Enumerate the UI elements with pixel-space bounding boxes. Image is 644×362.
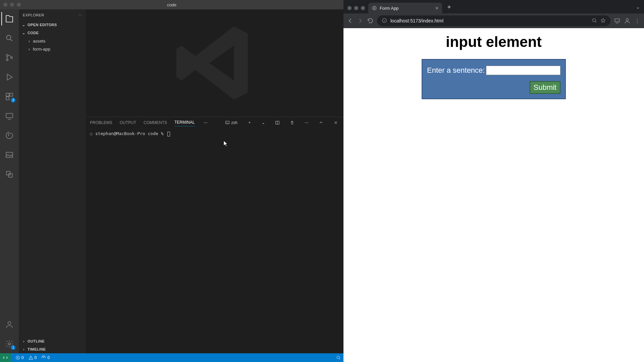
chevron-down-icon: ⌄ xyxy=(21,31,26,35)
activity-bar: 3 1 xyxy=(0,9,19,353)
submit-button[interactable]: Submit xyxy=(530,81,560,94)
svg-point-1 xyxy=(6,55,8,56)
terminal-dropdown-icon[interactable]: ⌄ xyxy=(260,120,266,125)
address-bar[interactable]: localhost:5173/index.html xyxy=(377,15,610,26)
tab-comments[interactable]: COMMENTS xyxy=(144,119,167,126)
folder-label: assets xyxy=(33,39,46,44)
mouse-cursor-icon xyxy=(223,140,228,147)
back-icon[interactable] xyxy=(347,17,354,24)
open-editors-label: OPEN EDITORS xyxy=(28,23,57,27)
extensions-icon[interactable]: 3 xyxy=(1,90,17,103)
status-feedback-icon[interactable] xyxy=(336,355,341,360)
search-icon[interactable] xyxy=(1,32,17,45)
chevron-right-icon: › xyxy=(27,39,32,44)
close-panel-icon[interactable] xyxy=(332,120,339,125)
kill-terminal-icon[interactable] xyxy=(288,120,296,125)
svg-point-17 xyxy=(337,356,339,359)
status-bar: 0 0 0 xyxy=(0,353,343,362)
browser-tab[interactable]: Form App ✕ xyxy=(368,3,442,13)
profile-icon[interactable] xyxy=(624,17,631,24)
error-count: 0 xyxy=(21,355,24,360)
panel-more-icon[interactable]: ⋯ xyxy=(303,120,310,125)
globe-icon xyxy=(372,5,377,11)
explorer-sidebar: EXPLORER ⋯ ⌄ OPEN EDITORS ⌄ CODE › asset… xyxy=(19,9,86,353)
close-dot[interactable] xyxy=(347,6,352,10)
reload-icon[interactable] xyxy=(367,17,374,24)
zoom-dot[interactable] xyxy=(361,6,365,10)
browser-menu-icon[interactable]: ⋮ xyxy=(634,17,641,24)
prompt-status-icon xyxy=(90,133,93,135)
svg-rect-6 xyxy=(6,97,9,100)
tab-terminal[interactable]: TERMINAL xyxy=(174,119,195,126)
zoom-icon[interactable] xyxy=(592,18,597,24)
tab-overflow-icon[interactable]: ⌄ xyxy=(636,4,644,13)
svg-point-20 xyxy=(593,18,596,21)
extensions-puzzle-icon[interactable] xyxy=(614,17,621,24)
svg-point-22 xyxy=(626,18,629,21)
svg-rect-9 xyxy=(6,171,10,175)
maximize-panel-icon[interactable] xyxy=(317,120,325,125)
chevron-right-icon: › xyxy=(21,339,26,343)
editor-main: PROBLEMS OUTPUT COMMENTS TERMINAL ⋯ zsh … xyxy=(86,9,343,353)
page-content: input element Enter a sentence: Submit xyxy=(343,28,644,362)
terminal-prompt: stephan@MacBook-Pro code % xyxy=(95,131,166,136)
split-terminal-icon[interactable] xyxy=(274,120,281,125)
svg-rect-7 xyxy=(6,113,13,118)
panel-overflow-icon[interactable]: ⋯ xyxy=(202,120,209,125)
browser-window-controls[interactable] xyxy=(346,6,368,13)
live-share-icon[interactable] xyxy=(1,168,17,181)
new-tab-button[interactable]: ＋ xyxy=(442,3,456,13)
workspace-root-label: CODE xyxy=(28,31,39,35)
terminal-shell-selector[interactable]: zsh xyxy=(224,120,239,125)
status-ports[interactable]: 0 xyxy=(41,355,50,360)
svg-rect-4 xyxy=(6,93,9,96)
tab-output[interactable]: OUTPUT xyxy=(120,119,136,126)
remote-explorer-icon[interactable] xyxy=(1,109,17,123)
folder-form-app[interactable]: › form-app xyxy=(19,45,86,53)
url-text: localhost:5173/index.html xyxy=(390,18,588,23)
close-tab-icon[interactable]: ✕ xyxy=(435,6,439,11)
timeline-section[interactable]: › TIMELINE xyxy=(19,345,86,353)
settings-gear-icon[interactable]: 1 xyxy=(1,337,17,351)
workspace-root[interactable]: ⌄ CODE xyxy=(19,29,86,37)
sentence-input[interactable] xyxy=(486,66,560,75)
ports-count: 0 xyxy=(47,355,50,360)
status-errors[interactable]: 0 xyxy=(15,355,24,360)
browser-tabstrip: Form App ✕ ＋ ⌄ xyxy=(343,0,644,13)
minimize-dot[interactable] xyxy=(10,3,14,7)
open-editors-section[interactable]: ⌄ OPEN EDITORS xyxy=(19,21,86,29)
window-controls[interactable] xyxy=(0,3,21,7)
zoom-dot[interactable] xyxy=(17,3,21,7)
explorer-more-icon[interactable]: ⋯ xyxy=(78,13,82,17)
window-title: code xyxy=(0,2,343,7)
accounts-icon[interactable] xyxy=(1,318,17,331)
image-tools-icon[interactable] xyxy=(1,148,17,162)
folder-assets[interactable]: › assets xyxy=(19,37,86,45)
vscode-window: code 3 xyxy=(0,0,343,362)
svg-point-11 xyxy=(8,321,11,324)
new-terminal-icon[interactable]: ＋ xyxy=(246,120,253,125)
vscode-watermark-icon xyxy=(171,19,258,107)
close-dot[interactable] xyxy=(3,3,7,7)
svg-point-12 xyxy=(8,343,11,345)
source-control-icon[interactable] xyxy=(1,51,17,64)
shell-name: zsh xyxy=(231,120,237,125)
empty-editor xyxy=(86,9,343,117)
svg-point-16 xyxy=(43,357,44,358)
run-debug-icon[interactable] xyxy=(1,70,17,84)
site-info-icon[interactable] xyxy=(382,18,387,24)
tab-problems[interactable]: PROBLEMS xyxy=(90,119,112,126)
outline-section[interactable]: › OUTLINE xyxy=(19,337,86,345)
edge-tools-icon[interactable] xyxy=(1,129,17,142)
svg-rect-13 xyxy=(226,121,229,124)
bookmark-star-icon[interactable] xyxy=(600,18,606,24)
explorer-tree: ⌄ OPEN EDITORS ⌄ CODE › assets › form-ap… xyxy=(19,21,86,337)
panel-tabs: PROBLEMS OUTPUT COMMENTS TERMINAL ⋯ zsh … xyxy=(86,117,343,128)
explorer-icon[interactable] xyxy=(1,12,17,25)
minimize-dot[interactable] xyxy=(354,6,358,10)
remote-indicator[interactable] xyxy=(0,353,11,362)
terminal[interactable]: stephan@MacBook-Pro code % xyxy=(86,128,343,353)
forward-icon[interactable] xyxy=(357,17,364,24)
status-warnings[interactable]: 0 xyxy=(29,355,37,360)
page-heading: input element xyxy=(446,34,542,50)
